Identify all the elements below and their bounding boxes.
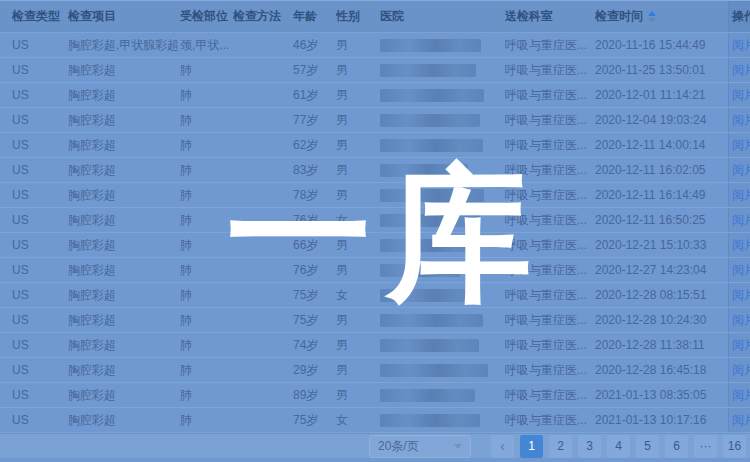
caret-down-icon[interactable] bbox=[648, 18, 656, 23]
cell-item: 胸腔彩超 bbox=[68, 308, 180, 332]
cell-item: 胸腔彩超 bbox=[68, 358, 180, 382]
cell-age: 76岁 bbox=[293, 208, 336, 232]
page-button-6[interactable]: 6 bbox=[665, 435, 688, 458]
page-button-5[interactable]: 5 bbox=[636, 435, 659, 458]
hospital-redacted-blur bbox=[380, 139, 483, 152]
pagination-bar: 20条/页 ‹ 123456···16 bbox=[0, 433, 750, 458]
column-label: 送检科室 bbox=[505, 8, 553, 25]
caret-up-icon[interactable] bbox=[648, 11, 656, 16]
cell-item: 胸腔彩超 bbox=[68, 283, 180, 307]
cell-action: 阅片 bbox=[728, 358, 750, 382]
cell-type: US bbox=[12, 258, 68, 282]
cell-action: 阅片 bbox=[728, 258, 750, 282]
cell-part: 肺 bbox=[180, 158, 233, 182]
cell-dept: 呼吸与重症医... bbox=[505, 408, 595, 432]
cell-type: US bbox=[12, 108, 68, 132]
cell-action: 阅片 bbox=[728, 383, 750, 407]
cell-item: 胸腔彩超 bbox=[68, 208, 180, 232]
cell-method bbox=[233, 258, 293, 282]
view-film-link[interactable]: 阅片 bbox=[732, 258, 750, 282]
view-film-link[interactable]: 阅片 bbox=[732, 308, 750, 332]
cell-age: 76岁 bbox=[293, 258, 336, 282]
view-film-link[interactable]: 阅片 bbox=[732, 158, 750, 182]
cell-hospital bbox=[380, 383, 505, 407]
hospital-redacted-blur bbox=[380, 189, 484, 202]
cell-item: 胸腔彩超 bbox=[68, 233, 180, 257]
view-film-link[interactable]: 阅片 bbox=[732, 358, 750, 382]
hospital-redacted-blur bbox=[380, 164, 468, 177]
cell-method bbox=[233, 233, 293, 257]
column-header-part: 受检部位 bbox=[180, 1, 233, 32]
cell-action: 阅片 bbox=[728, 208, 750, 232]
cell-method bbox=[233, 108, 293, 132]
pager-more-button[interactable]: ··· bbox=[694, 435, 717, 458]
pager-pages: 123456···16 bbox=[514, 435, 746, 458]
column-header-item: 检查项目 bbox=[68, 1, 180, 32]
view-film-link[interactable]: 阅片 bbox=[732, 133, 750, 157]
cell-part: 肺 bbox=[180, 283, 233, 307]
cell-part: 肺 bbox=[180, 308, 233, 332]
cell-gender: 女 bbox=[336, 283, 380, 307]
exam-table: 检查类型检查项目受检部位检查方法年龄性别医院送检科室检查时间操作 US胸腔彩超,… bbox=[0, 0, 750, 433]
cell-hospital bbox=[380, 108, 505, 132]
cell-gender: 男 bbox=[336, 108, 380, 132]
cell-time: 2021-01-13 10:17:16 bbox=[595, 408, 728, 432]
cell-gender: 男 bbox=[336, 58, 380, 82]
cell-part: 肺 bbox=[180, 258, 233, 282]
column-header-time[interactable]: 检查时间 bbox=[595, 1, 728, 32]
cell-hospital bbox=[380, 258, 505, 282]
table-row: US胸腔彩超肺83岁男呼吸与重症医...2020-12-11 16:02:05阅… bbox=[0, 158, 750, 183]
hospital-redacted-blur bbox=[380, 339, 479, 352]
page-size-select[interactable]: 20条/页 bbox=[369, 435, 471, 458]
cell-type: US bbox=[12, 83, 68, 107]
cell-dept: 呼吸与重症医... bbox=[505, 258, 595, 282]
sort-caret-icon[interactable] bbox=[648, 11, 656, 23]
cell-time: 2020-11-16 15:44:49 bbox=[595, 33, 728, 57]
cell-method bbox=[233, 208, 293, 232]
column-label: 检查时间 bbox=[595, 8, 643, 25]
hospital-redacted-blur bbox=[380, 239, 477, 252]
cell-type: US bbox=[12, 283, 68, 307]
cell-dept: 呼吸与重症医... bbox=[505, 33, 595, 57]
view-film-link[interactable]: 阅片 bbox=[732, 233, 750, 257]
view-film-link[interactable]: 阅片 bbox=[732, 83, 750, 107]
page-button-3[interactable]: 3 bbox=[578, 435, 601, 458]
column-header-type: 检查类型 bbox=[12, 1, 68, 32]
prev-page-button[interactable]: ‹ bbox=[491, 435, 514, 458]
cell-time: 2020-12-28 11:38:11 bbox=[595, 333, 728, 357]
cell-hospital bbox=[380, 283, 505, 307]
view-film-link[interactable]: 阅片 bbox=[732, 208, 750, 232]
cell-time: 2020-12-28 08:15:51 bbox=[595, 283, 728, 307]
cell-time: 2020-12-11 16:50:25 bbox=[595, 208, 728, 232]
cell-gender: 男 bbox=[336, 258, 380, 282]
view-film-link[interactable]: 阅片 bbox=[732, 108, 750, 132]
cell-part: 肺 bbox=[180, 83, 233, 107]
cell-type: US bbox=[12, 408, 68, 432]
cell-method bbox=[233, 58, 293, 82]
page-button-16[interactable]: 16 bbox=[723, 435, 746, 458]
view-film-link[interactable]: 阅片 bbox=[732, 408, 750, 432]
page-button-2[interactable]: 2 bbox=[549, 435, 572, 458]
cell-age: 77岁 bbox=[293, 108, 336, 132]
cell-dept: 呼吸与重症医... bbox=[505, 283, 595, 307]
cell-dept: 呼吸与重症医... bbox=[505, 83, 595, 107]
table-row: US胸腔彩超肺74岁男呼吸与重症医...2020-12-28 11:38:11阅… bbox=[0, 333, 750, 358]
cell-item: 胸腔彩超 bbox=[68, 108, 180, 132]
cell-hospital bbox=[380, 33, 505, 57]
cell-part: 肺 bbox=[180, 408, 233, 432]
table-row: US胸腔彩超肺89岁男呼吸与重症医...2021-01-13 08:35:05阅… bbox=[0, 383, 750, 408]
view-film-link[interactable]: 阅片 bbox=[732, 183, 750, 207]
view-film-link[interactable]: 阅片 bbox=[732, 383, 750, 407]
table-header-row: 检查类型检查项目受检部位检查方法年龄性别医院送检科室检查时间操作 bbox=[0, 0, 750, 33]
cell-gender: 男 bbox=[336, 133, 380, 157]
cell-age: 74岁 bbox=[293, 333, 336, 357]
view-film-link[interactable]: 阅片 bbox=[732, 33, 750, 57]
page-button-4[interactable]: 4 bbox=[607, 435, 630, 458]
cell-type: US bbox=[12, 358, 68, 382]
page-button-1[interactable]: 1 bbox=[520, 435, 543, 458]
cell-method bbox=[233, 33, 293, 57]
view-film-link[interactable]: 阅片 bbox=[732, 58, 750, 82]
view-film-link[interactable]: 阅片 bbox=[732, 333, 750, 357]
view-film-link[interactable]: 阅片 bbox=[732, 283, 750, 307]
cell-gender: 男 bbox=[336, 333, 380, 357]
